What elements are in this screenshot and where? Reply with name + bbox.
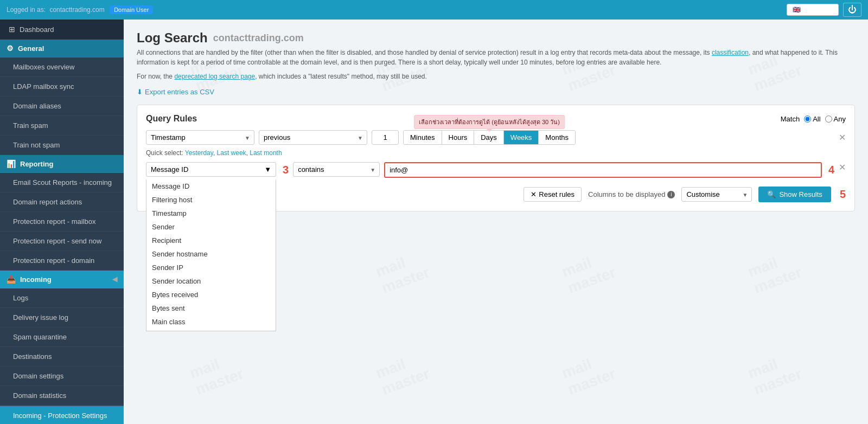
period-select-wrapper: previous next <box>259 130 367 145</box>
reset-rules-label: Reset rules <box>539 190 575 198</box>
logged-in-label: Logged in as: <box>7 6 46 14</box>
sidebar-item-logs[interactable]: Logs <box>0 288 124 308</box>
sidebar-item-destinations[interactable]: Destinations <box>0 347 124 367</box>
quick-last-week[interactable]: Last week <box>217 149 246 157</box>
customise-select[interactable]: Customise <box>681 187 752 202</box>
sidebar-item-reporting[interactable]: 📊 Reporting <box>0 155 124 173</box>
period-select[interactable]: previous next <box>259 130 367 145</box>
sidebar-item-label: Protection report - send now <box>13 237 101 245</box>
sidebar-item-general[interactable]: ⚙ General <box>0 40 124 57</box>
username: contacttrading.com <box>49 6 104 14</box>
sidebar-item-protection-report-domain[interactable]: Protection report - domain <box>0 251 124 271</box>
option-filtering-host[interactable]: Filtering host <box>146 193 276 207</box>
sidebar-item-delivery-issue-log[interactable]: Delivery issue log <box>0 308 124 327</box>
match-row: Match All Any <box>781 115 846 123</box>
page-title-domain: contacttrading.com <box>213 33 304 44</box>
sidebar-item-label: Domain statistics <box>13 391 66 400</box>
sidebar-item-domain-aliases[interactable]: Domain aliases <box>0 97 124 116</box>
classification-link[interactable]: classification <box>712 49 749 56</box>
sidebar-item-protection-report-send-now[interactable]: Protection report - send now <box>0 232 124 251</box>
logout-button[interactable]: ⏻ <box>843 3 861 17</box>
gear-icon: ⚙ <box>7 44 14 53</box>
sidebar-item-ldap-mailbox-sync[interactable]: LDAP mailbox sync <box>0 77 124 97</box>
times-icon: ✕ <box>531 190 537 198</box>
sidebar-item-email-scout-reports[interactable]: Email Scout Reports - incoming <box>0 173 124 192</box>
tooltip-container: เลือกช่วงเวลาที่ต้องการดูได้ (ดูย้อนหลัง… <box>403 130 576 145</box>
close-row2-button[interactable]: ✕ <box>839 162 846 172</box>
days-btn[interactable]: Days <box>474 131 504 144</box>
months-btn[interactable]: Months <box>539 131 575 144</box>
sidebar-item-label: Domain report actions <box>13 198 82 206</box>
option-bytes-received[interactable]: Bytes received <box>146 288 276 301</box>
info-icon: i <box>667 191 675 198</box>
option-sender-ip[interactable]: Sender IP <box>146 261 276 274</box>
page-title: Log Search contacttrading.com <box>137 30 855 46</box>
sidebar-item-label: Logs <box>13 294 28 302</box>
sidebar-item-train-not-spam[interactable]: Train not spam <box>0 136 124 155</box>
weeks-btn[interactable]: Weeks <box>504 131 539 144</box>
sidebar-item-incoming-protection-settings[interactable]: Incoming - Protection Settings <box>0 406 124 424</box>
minutes-btn[interactable]: Minutes <box>404 131 442 144</box>
quick-last-month[interactable]: Last month <box>250 149 282 157</box>
option-recipient[interactable]: Recipient <box>146 234 276 247</box>
option-sub-class[interactable]: Sub class <box>146 329 276 331</box>
timestamp-select[interactable]: Timestamp <box>146 130 254 145</box>
filter-row-timestamp: Timestamp previous next เลื <box>146 130 846 145</box>
sidebar-item-label: Protection report - domain <box>13 256 94 265</box>
export-link[interactable]: ⬇ Export entries as CSV <box>137 88 855 96</box>
sidebar-item-label: Domain settings <box>13 372 63 380</box>
customise-select-wrapper: Customise <box>681 187 752 202</box>
tooltip-text: เลือกช่วงเวลาที่ต้องการดูได้ (ดูย้อนหลัง… <box>419 119 560 125</box>
field-dropdown-trigger[interactable]: Message ID ▼ <box>146 162 276 177</box>
sidebar-item-label: Spam quarantine <box>13 333 67 341</box>
match-any-radio[interactable]: Any <box>825 115 846 123</box>
close-row1-button[interactable]: ✕ <box>839 132 846 143</box>
role-badge: Domain User <box>110 5 153 14</box>
quick-yesterday[interactable]: Yesterday <box>185 149 213 157</box>
sidebar-item-label: Protection report - mailbox <box>13 217 95 226</box>
match-any-input[interactable] <box>825 115 832 123</box>
sidebar-item-domain-settings[interactable]: Domain settings <box>0 367 124 386</box>
lang-label: English <box>803 6 824 14</box>
field-dropdown-value: Message ID <box>151 165 188 174</box>
sidebar-item-label: Train not spam <box>13 141 60 149</box>
sidebar-item-mailboxes-overview[interactable]: Mailboxes overview <box>0 57 124 77</box>
option-message-id[interactable]: Message ID <box>146 179 276 193</box>
email-filter-input[interactable] <box>384 162 822 178</box>
show-results-label: Show Results <box>779 190 822 198</box>
step4-label: 4 <box>828 164 834 176</box>
sidebar-item-domain-statistics[interactable]: Domain statistics <box>0 386 124 406</box>
tooltip-bubble: เลือกช่วงเวลาที่ต้องการดูได้ (ดูย้อนหลัง… <box>414 115 565 129</box>
columns-label: Columns to be displayed i <box>588 190 675 198</box>
reporting-icon: 📊 <box>7 159 16 168</box>
topbar-login-info: Logged in as: contacttrading.com Domain … <box>7 6 153 14</box>
field-dropdown-list[interactable]: Message ID Filtering host Timestamp Send… <box>146 179 276 331</box>
hours-btn[interactable]: Hours <box>442 131 475 144</box>
sidebar-item-domain-report-actions[interactable]: Domain report actions <box>0 192 124 212</box>
sidebar-item-label: Email Scout Reports - incoming <box>13 178 112 187</box>
period-number-input[interactable] <box>372 130 399 145</box>
page-title-text: Log Search <box>137 30 208 46</box>
filter-row-messageid: Message ID ▼ Message ID Filtering host T… <box>146 162 846 178</box>
match-any-label: Any <box>834 115 846 123</box>
query-rules-box: Query Rules Match All Any <box>137 105 855 211</box>
sidebar-item-train-spam[interactable]: Train spam <box>0 116 124 136</box>
match-all-input[interactable] <box>804 115 811 123</box>
option-sender[interactable]: Sender <box>146 220 276 234</box>
option-sender-hostname[interactable]: Sender hostname <box>146 247 276 261</box>
contains-select[interactable]: contains equals starts with ends with <box>293 162 380 177</box>
sidebar-item-spam-quarantine[interactable]: Spam quarantine <box>0 327 124 347</box>
sidebar-item-dashboard[interactable]: ⊞ Dashboard <box>0 20 124 40</box>
option-sender-location[interactable]: Sender location <box>146 274 276 288</box>
option-main-class[interactable]: Main class <box>146 315 276 329</box>
deprecated-link[interactable]: deprecated log search page <box>174 73 255 80</box>
reset-rules-button[interactable]: ✕ Reset rules <box>524 187 582 202</box>
sidebar-item-incoming[interactable]: 📥 Incoming ◀ <box>0 271 124 288</box>
sidebar: ⊞ Dashboard ⚙ General Mailboxes overview… <box>0 20 124 424</box>
sidebar-item-protection-report-mailbox[interactable]: Protection report - mailbox <box>0 212 124 232</box>
option-bytes-sent[interactable]: Bytes sent <box>146 301 276 315</box>
language-selector[interactable]: 🇬🇧 English ▼ <box>787 4 839 16</box>
option-timestamp[interactable]: Timestamp <box>146 207 276 220</box>
show-results-button[interactable]: 🔍 Show Results <box>758 187 831 202</box>
match-all-radio[interactable]: All <box>804 115 820 123</box>
